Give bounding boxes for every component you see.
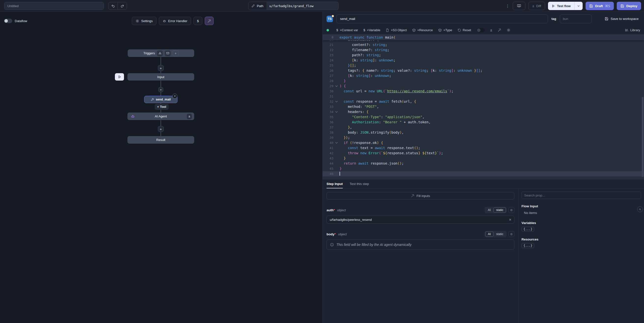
editor-assistant-toggle[interactable]	[476, 28, 485, 33]
kebab-menu-icon[interactable]: ⋮	[505, 4, 510, 8]
prop-search-input[interactable]	[522, 192, 641, 199]
auth-mode-static[interactable]: static	[494, 207, 506, 213]
email-trigger-icon[interactable]	[165, 50, 171, 56]
agent-result-badge[interactable]: a	[187, 114, 192, 119]
add-tool-button[interactable]: + Tool	[155, 104, 169, 110]
code-line-38[interactable]: 38 body: JSON.stringify(body),	[322, 130, 644, 135]
variables-object-badge[interactable]: {...}	[522, 227, 534, 232]
code-line-30[interactable]: 30 const url = new URL(`https://api.rese…	[322, 89, 644, 94]
draft-button[interactable]: Draft ⌘S	[586, 2, 614, 10]
webhook-trigger-icon[interactable]	[157, 50, 163, 56]
fold-chevron-icon[interactable]	[334, 99, 340, 104]
auth-resource-input[interactable]	[326, 216, 514, 223]
test-flow-dropdown[interactable]	[574, 2, 582, 10]
code-text: const text = await response.text();	[340, 145, 644, 151]
expression-icon	[510, 233, 513, 236]
code-line-35[interactable]: 35 "Content-Type": "application/json",	[322, 114, 644, 120]
step-name-input[interactable]	[336, 15, 548, 23]
test-flow-button[interactable]: Test flow	[548, 2, 582, 10]
code-line-40[interactable]: 40 if (!response.ok) {	[322, 140, 644, 145]
test-flow-main[interactable]: Test flow	[548, 2, 574, 10]
code-line-25[interactable]: 25 }[];	[322, 63, 644, 68]
code-text: }	[340, 156, 644, 161]
node-triggers[interactable]: Triggers +	[128, 49, 194, 57]
undo-button[interactable]	[108, 2, 118, 10]
save-to-workspace-button[interactable]: Save to workspace	[603, 17, 640, 21]
fold-chevron-icon[interactable]	[334, 109, 340, 114]
flow-name-input[interactable]	[4, 2, 104, 10]
fold-chevron-icon[interactable]	[334, 140, 340, 145]
path-field[interactable]: Path u/farhadglbs/grand_flow	[248, 2, 338, 10]
code-line-29[interactable]: 29) {	[322, 84, 644, 89]
fold-gutter	[334, 94, 340, 99]
code-line-27[interactable]: 27 [k: string]: unknown;	[322, 73, 644, 78]
redo-button[interactable]	[118, 2, 127, 10]
node-result[interactable]: Result	[128, 136, 194, 144]
prop-picker-search-button[interactable]	[637, 206, 643, 212]
insert-step-button[interactable]: +	[158, 65, 164, 71]
add-context-var-button[interactable]: $ +Context var	[336, 28, 358, 32]
edge	[160, 92, 161, 96]
clear-auth-button[interactable]: ✕	[508, 217, 513, 222]
node-ai-agent[interactable]: AI Agent a	[128, 113, 194, 120]
code-line-37[interactable]: 37 },	[322, 125, 644, 130]
code-line-46[interactable]: 46	[322, 171, 644, 176]
auth-value-wrap: ✕	[326, 216, 514, 223]
resources-object-badge[interactable]: {...}	[522, 243, 534, 248]
insert-step-button[interactable]: +	[158, 87, 163, 92]
add-type-button[interactable]: +Type	[438, 28, 452, 32]
code-line-26[interactable]: 26 tags?: { name?: string; value?: strin…	[322, 68, 644, 73]
editor-settings-button[interactable]	[507, 28, 510, 32]
add-s3-object-button[interactable]: +S3 Object	[386, 28, 407, 32]
code-line-24[interactable]: 24 [k: string]: unknown;	[322, 58, 644, 63]
add-variable-button[interactable]: $ +Variable	[363, 28, 380, 32]
body-mode-ai[interactable]: AI	[485, 231, 494, 237]
fold-chevron-icon[interactable]	[334, 84, 340, 89]
run-flow-button[interactable]	[115, 73, 124, 81]
code-line-44[interactable]: 44 return await response.json();	[322, 161, 644, 166]
editor-scrollbar[interactable]	[642, 97, 644, 177]
code-line-36[interactable]: 36 Authorization: "Bearer " + auth.token…	[322, 120, 644, 125]
code-line-39[interactable]: 39 });	[322, 135, 644, 140]
code-editor[interactable]: 20 attachments?: {21 content?: string;22…	[322, 34, 644, 180]
editor-toolbar: $ +Context var $ +Variable +S3 Object +R…	[322, 26, 644, 34]
code-line-43[interactable]: 43 }	[322, 156, 644, 161]
code-line-34[interactable]: 34 headers: {	[322, 109, 644, 114]
node-input[interactable]: Input	[128, 73, 194, 81]
step-input-section: Fill inputs auth* object AI static	[322, 189, 644, 323]
fill-inputs-button[interactable]: Fill inputs	[326, 192, 514, 199]
tag-input[interactable]	[560, 15, 592, 23]
code-line-23[interactable]: 23 path?: string;	[322, 53, 644, 58]
docs-button[interactable]	[513, 2, 526, 10]
add-resource-button[interactable]: +Resource	[412, 28, 433, 32]
fold-gutter	[334, 145, 340, 151]
auth-expression-button[interactable]	[508, 207, 514, 213]
code-line-28[interactable]: 28 }	[322, 78, 644, 84]
code-line-41[interactable]: 41 const text = await response.text();	[322, 145, 644, 151]
body-ai-note: This field will be filled by the AI agen…	[326, 239, 514, 250]
tab-test-this-step[interactable]: Test this step	[350, 182, 369, 188]
code-line-21[interactable]: 21 content?: string;	[322, 42, 644, 47]
body-expression-button[interactable]	[508, 231, 514, 237]
code-line-42[interactable]: 42 throw new Error(`${response.status} $…	[322, 151, 644, 156]
insert-step-button[interactable]: +	[158, 126, 164, 132]
fold-gutter	[334, 114, 340, 120]
code-line-33[interactable]: 33 method: "POST",	[322, 104, 644, 109]
diff-mode-icon[interactable]: ±	[490, 28, 492, 32]
code-line-32[interactable]: 32 const response = await fetch(url, {	[322, 99, 644, 104]
tab-step-input[interactable]: Step Input	[326, 182, 343, 188]
fold-gutter	[334, 125, 340, 130]
reset-button[interactable]: Reset	[458, 28, 471, 32]
body-mode-static[interactable]: static	[494, 231, 506, 237]
add-trigger-button[interactable]: +	[172, 50, 178, 56]
auth-mode-ai[interactable]: AI	[485, 207, 494, 213]
code-line-45[interactable]: 45}	[322, 166, 644, 171]
remove-tool-button[interactable]: ✕	[172, 94, 177, 99]
ai-edit-button[interactable]	[498, 28, 501, 32]
code-line-22[interactable]: 22 filename?: string;	[322, 47, 644, 53]
library-button[interactable]: Library	[625, 28, 640, 32]
code-line-31[interactable]: 31	[322, 94, 644, 99]
diff-button[interactable]: ± Diff	[528, 2, 545, 10]
code-line-8[interactable]: 8export async function main(	[322, 34, 644, 40]
deploy-button[interactable]: Deploy	[617, 2, 641, 10]
